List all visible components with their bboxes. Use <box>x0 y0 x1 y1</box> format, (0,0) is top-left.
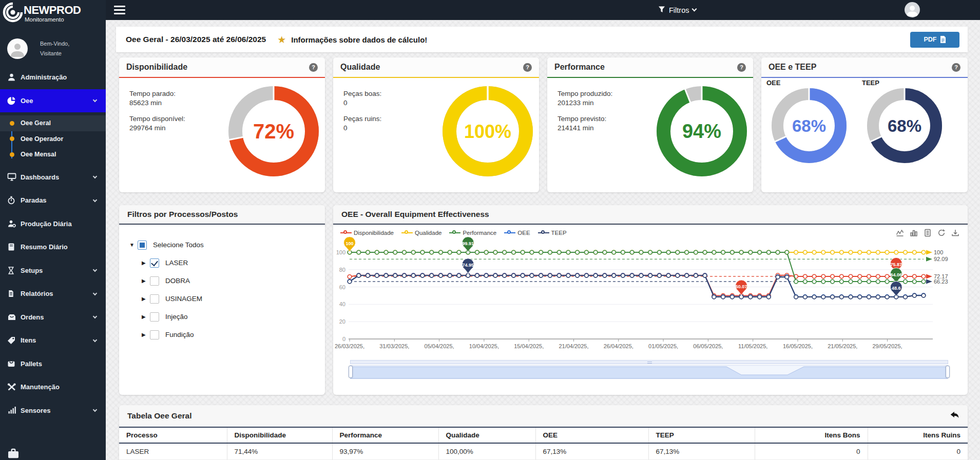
chart-legend: DisponibilidadeQualidadePerformanceOEETE… <box>333 225 968 237</box>
briefcase-icon[interactable] <box>7 447 20 460</box>
help-icon[interactable]: ? <box>952 63 960 72</box>
checkbox-unchecked[interactable] <box>150 276 159 286</box>
chart-datazoom-slider[interactable] <box>350 360 948 378</box>
col-qualidade[interactable]: Qualidade <box>438 427 535 443</box>
tree-item-laser[interactable]: ▶ LASER <box>129 254 320 272</box>
sidebar-item-dashboards[interactable]: Dashboards <box>0 166 106 189</box>
filters-dropdown[interactable]: Filtros <box>658 0 696 20</box>
undo-icon[interactable] <box>950 411 959 421</box>
svg-text:16/05/2025,: 16/05/2025, <box>783 343 813 349</box>
datazoom-band[interactable] <box>350 365 948 379</box>
tree-item-injecao[interactable]: ▶ Injeção <box>129 308 320 326</box>
chart-pin-74.95: 74.95 <box>462 258 474 274</box>
brand-logo[interactable]: NEWPROD Monitoramento <box>2 2 81 25</box>
expander-closed-icon[interactable]: ▶ <box>142 260 150 266</box>
sidebar-item-sensores[interactable]: Sensores <box>0 399 106 423</box>
legend-item-oee[interactable]: OEE <box>504 230 530 236</box>
svg-text:66.23: 66.23 <box>934 278 948 285</box>
legend-item-disponibilidade[interactable]: Disponibilidade <box>340 230 394 236</box>
page-header: Oee Geral - 26/03/2025 até 26/06/2025 ★ … <box>116 27 968 52</box>
checkbox-unchecked[interactable] <box>150 294 159 304</box>
sidebar-item-itens[interactable]: Itens <box>0 329 106 352</box>
sidebar-item-ordens[interactable]: Ordens <box>0 306 106 329</box>
tree-item-usinagem[interactable]: ▶ USINAGEM <box>129 290 320 308</box>
svg-text:99.91: 99.91 <box>462 241 474 246</box>
brand-subtitle: Monitoramento <box>25 16 81 23</box>
bullet-icon <box>10 136 14 141</box>
checkbox-indeterminate[interactable] <box>138 241 147 250</box>
metric-label: Tempo previsto: <box>558 114 639 124</box>
card-title: Performance <box>554 63 605 72</box>
pdf-button[interactable]: PDF <box>910 32 959 48</box>
teep-gauge: 68% <box>866 87 943 166</box>
datazoom-track[interactable] <box>350 360 948 364</box>
help-icon[interactable]: ? <box>737 63 746 72</box>
sidebar-item-producao-diaria[interactable]: Produção Diária <box>0 212 106 236</box>
file-icon <box>7 289 17 298</box>
datazoom-grip-icon[interactable] <box>647 362 652 364</box>
chevron-down-icon <box>93 198 97 202</box>
calc-info-link[interactable]: Informações sobre dados de cálculo! <box>291 35 427 44</box>
table-row[interactable]: LASER 71,44% 93,97% 100,00% 67,13% 67,13… <box>119 443 968 460</box>
sidebar-subitem-oee-geral[interactable]: Oee Geral <box>0 115 106 131</box>
filters-panel: Filtros por Processos/Postos ▼ Selecione… <box>119 205 325 395</box>
card-title: OEE e TEEP <box>768 63 816 72</box>
col-oee[interactable]: OEE <box>535 427 648 443</box>
sidebar-subitem-oee-mensal[interactable]: Oee Mensal <box>0 147 106 163</box>
legend-item-qualidade[interactable]: Qualidade <box>401 230 441 236</box>
sidebar-item-administracao[interactable]: Administração <box>0 66 106 89</box>
expander-closed-icon[interactable]: ▶ <box>142 332 150 337</box>
sidebar-item-resumo-diario[interactable]: Resumo Diário <box>0 235 106 259</box>
help-icon[interactable]: ? <box>523 63 532 72</box>
bar-chart-icon[interactable] <box>910 229 918 239</box>
user-avatar[interactable] <box>905 2 920 17</box>
col-processo[interactable]: Processo <box>119 427 227 443</box>
legend-item-performance[interactable]: Performance <box>449 230 496 236</box>
sidebar-avatar[interactable] <box>7 38 28 59</box>
checkbox-unchecked[interactable] <box>150 312 159 322</box>
col-itens-bons[interactable]: Itens Bons <box>755 427 868 443</box>
datazoom-handle-right[interactable] <box>946 366 950 378</box>
checkbox-checked[interactable] <box>150 258 159 268</box>
sidebar-item-oee[interactable]: Oee <box>0 89 106 113</box>
expander-closed-icon[interactable]: ▶ <box>142 278 150 284</box>
sidebar-subitem-oee-operador[interactable]: Oee Operador <box>0 131 106 147</box>
expander-open-icon[interactable]: ▼ <box>129 242 138 248</box>
col-disponibilidade[interactable]: Disponibilidade <box>227 427 332 443</box>
card-oee-teep: OEE e TEEP ? OEE 68% TEEP 68% <box>761 57 968 192</box>
col-performance[interactable]: Performance <box>332 427 438 443</box>
sidebar-item-manutencao[interactable]: Manutenção <box>0 375 106 399</box>
metric-value: 201233 min <box>558 98 639 108</box>
restore-icon[interactable] <box>937 229 946 239</box>
top-bar: Filtros <box>0 0 980 20</box>
col-teep[interactable]: TEEP <box>648 427 755 443</box>
oee-line-chart[interactable]: 02040608010026/03/2025,31/03/2025,05/04/… <box>333 237 954 354</box>
datazoom-handle-left[interactable] <box>349 366 353 378</box>
svg-text:15/04/2025,: 15/04/2025, <box>514 343 544 349</box>
tree-item-fundicao[interactable]: ▶ Fundição <box>129 326 320 344</box>
sidebar-item-relatorios[interactable]: Relatórios <box>0 282 106 306</box>
chart-pin-50.07: 50.07 <box>736 280 747 295</box>
save-image-icon[interactable] <box>951 229 959 239</box>
sidebar-item-setups[interactable]: Setups <box>0 259 106 283</box>
svg-text:05/04/2025,: 05/04/2025, <box>425 343 454 349</box>
data-view-icon[interactable] <box>924 229 932 239</box>
tree-root-selecione-todos[interactable]: ▼ Selecione Todos <box>129 236 320 254</box>
expander-closed-icon[interactable]: ▶ <box>142 296 150 302</box>
expander-closed-icon[interactable]: ▶ <box>142 314 150 319</box>
tree-item-dobra[interactable]: ▶ DOBRA <box>129 272 320 290</box>
sidebar-item-paradas[interactable]: Paradas <box>0 189 106 212</box>
checkbox-unchecked[interactable] <box>150 330 159 339</box>
oee-gauge-label: OEE <box>766 79 780 87</box>
metric-value: 299764 min <box>129 124 210 133</box>
help-icon[interactable]: ? <box>309 63 318 72</box>
chevron-down-icon <box>93 338 97 342</box>
line-chart-icon[interactable] <box>896 229 904 239</box>
sidebar-item-pallets[interactable]: Pallets <box>0 352 106 376</box>
menu-toggle-icon[interactable] <box>114 6 125 14</box>
legend-item-teep[interactable]: TEEP <box>538 230 567 236</box>
col-itens-ruins[interactable]: Itens Ruins <box>868 427 968 443</box>
chevron-down-icon <box>692 7 697 12</box>
user-gear-icon <box>7 219 17 228</box>
brand-swirl-icon <box>2 2 24 25</box>
